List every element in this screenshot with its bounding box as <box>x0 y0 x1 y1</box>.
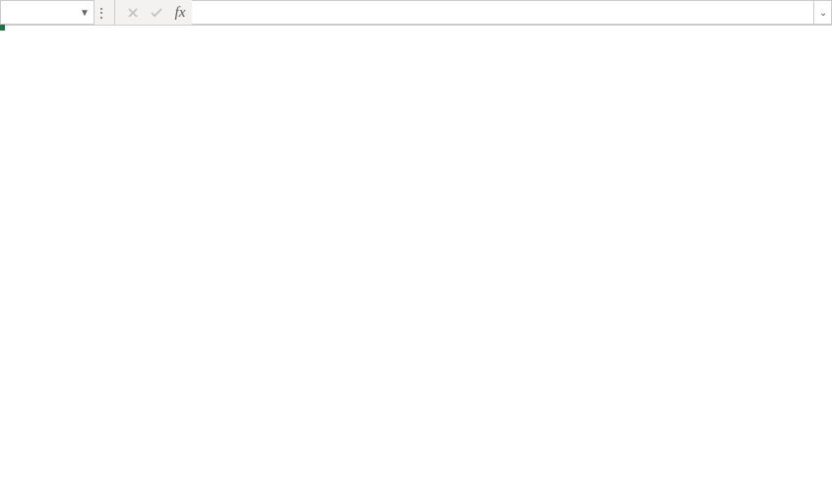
cancel-formula-button <box>121 0 145 25</box>
selection-box <box>0 26 4 30</box>
formula-expand-button[interactable]: ⌄ <box>814 0 832 25</box>
divider <box>114 0 115 25</box>
formula-bar: ▼ ⋮ fx ⌄ <box>0 0 832 26</box>
insert-function-button[interactable]: fx <box>168 0 192 25</box>
name-box[interactable]: ▼ <box>0 0 95 25</box>
enter-formula-button <box>145 0 168 25</box>
formula-input[interactable] <box>192 0 814 25</box>
vertical-dots-icon[interactable]: ⋮ <box>95 0 108 25</box>
chevron-down-icon[interactable]: ▼ <box>80 7 90 18</box>
